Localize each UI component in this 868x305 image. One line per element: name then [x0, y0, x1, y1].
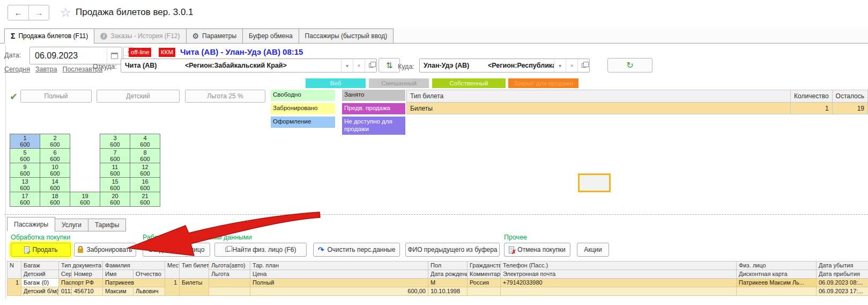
from-open-icon[interactable] — [365, 59, 376, 72]
cell-series[interactable]: 0112 — [59, 287, 72, 296]
cell-birthdate[interactable]: 10.10.1998 — [428, 287, 468, 296]
seat-11[interactable]: 11600 — [100, 163, 130, 178]
cell-benefit[interactable] — [209, 287, 250, 296]
cell-n[interactable]: 1 — [8, 279, 21, 296]
cell-tariff[interactable]: Полный — [250, 279, 428, 287]
seat-7[interactable]: 7600 — [100, 149, 130, 163]
tab-clipboard[interactable]: Буфер обмена — [242, 28, 299, 43]
reserve-button[interactable]: Забронировать — [74, 243, 136, 257]
seat-13[interactable]: 13600 — [10, 178, 40, 192]
seat-15[interactable]: 15600 — [100, 178, 130, 192]
seat-10[interactable]: 10600 — [40, 163, 70, 178]
tab-orders-history[interactable]: i Заказы - История (F12) — [94, 28, 186, 43]
seat-21[interactable]: 21600 — [130, 192, 160, 207]
promotions-button[interactable]: Акции — [577, 243, 609, 257]
forward-button[interactable]: → — [28, 5, 49, 20]
tab-passengers[interactable]: Пассажиры — [7, 217, 55, 231]
cell-citizenship[interactable]: Россия — [468, 279, 501, 287]
tab-services[interactable]: Услуги — [55, 219, 88, 231]
cell-number[interactable]: 456710 — [72, 287, 103, 296]
seat-1[interactable]: 1600 — [10, 134, 40, 149]
seat-12[interactable]: 12600 — [130, 163, 160, 178]
seat-16[interactable]: 16600 — [130, 178, 160, 192]
cell-firstname[interactable]: Максим — [103, 287, 133, 296]
seat-20[interactable]: 20600 — [100, 192, 130, 207]
fare-child-button[interactable]: Детский — [97, 90, 180, 103]
from-dropdown-icon[interactable]: ▾ — [341, 59, 353, 72]
to-open-icon[interactable] — [577, 59, 589, 72]
ticket-type-cell[interactable]: Билеты — [407, 103, 791, 114]
passenger-row-line2[interactable]: Детский б/м(0) 0112 456710 Максим Львови… — [8, 287, 868, 296]
create-person-button[interactable]: Создать физ. лицо — [143, 243, 210, 257]
fare-full-button[interactable]: Полный — [20, 90, 92, 103]
from-station-input[interactable]: Чита (АВ) <Регион:Забайкальский Край> ▾ … — [121, 59, 377, 72]
cell-baggage[interactable]: Багаж (0) — [21, 279, 59, 287]
tab-passengers-quick-entry[interactable]: Пассажиры (быстрый ввод) — [299, 28, 394, 43]
cell-baggage-child[interactable]: Детский б/м(0) — [21, 287, 59, 296]
cell-price[interactable]: 600,00 — [250, 287, 428, 296]
cell-doc-type[interactable]: Паспорт РФ — [59, 279, 103, 287]
cell-ticket-type[interactable]: Билеты — [180, 279, 209, 296]
seat-5[interactable]: 5600 — [10, 149, 40, 163]
swap-icon: ⇅ — [386, 61, 393, 70]
tab-ticket-sale[interactable]: Σ Продажа билетов (F11) — [4, 28, 94, 43]
seat-6[interactable]: 6600 — [40, 149, 70, 163]
fare-discount-button[interactable]: Льгота 25 % — [185, 90, 265, 103]
col-ticket-type: Тип билета — [407, 90, 791, 103]
tab-tariffs[interactable]: Тарифы — [88, 219, 126, 231]
cell-departure[interactable]: 06.09.2023 08:... — [817, 279, 868, 287]
offline-badge: off-line — [129, 48, 151, 57]
seat-8[interactable]: 8600 — [130, 149, 160, 163]
legend-busy: Занято — [342, 90, 405, 101]
cell-middlename[interactable]: Львович — [133, 287, 165, 296]
tab-label: Параметры — [202, 32, 236, 40]
cell-benefit-auto[interactable] — [209, 279, 250, 287]
to-station-input[interactable]: Улан-Удэ (АВ) <Регион:Республика Бурятия… — [419, 59, 590, 72]
cancel-purchase-button[interactable]: Отмена покупки — [504, 243, 570, 257]
col-firstname: Имя — [103, 270, 133, 279]
cell-arrival[interactable]: 06.09.2023 17:... — [817, 287, 868, 296]
seat-19[interactable]: 19600 — [70, 192, 100, 207]
to-dropdown-icon[interactable]: ▾ — [554, 59, 566, 72]
to-clear-icon[interactable]: × — [566, 59, 577, 72]
fio-from-buffer-button[interactable]: ФИО предыдущего из буфера — [405, 243, 500, 257]
swap-stations-button[interactable]: ⇅ — [379, 58, 400, 72]
cell-phone[interactable]: +79142033980 — [501, 279, 737, 287]
sell-button[interactable]: Продать — [11, 243, 71, 257]
col-baggage: Багаж — [21, 262, 59, 270]
seat-17[interactable]: 17600 — [10, 192, 40, 207]
from-clear-icon[interactable]: × — [353, 59, 365, 72]
tab-parameters[interactable]: ⚙ Параметры — [186, 28, 243, 43]
link-tomorrow[interactable]: Завтра — [35, 66, 57, 73]
cell-person[interactable]: Патрикеев Максим Ль... — [737, 279, 817, 287]
cell-comment[interactable] — [468, 287, 501, 296]
favorite-star-icon[interactable]: ☆ — [60, 5, 71, 20]
refresh-button[interactable]: ↻ — [607, 58, 652, 72]
seat-3[interactable]: 3600 — [100, 134, 130, 149]
date-input[interactable]: 06.09.2023 — [29, 47, 122, 64]
panel-border — [5, 45, 6, 299]
main-tabstrip: Σ Продажа билетов (F11) i Заказы - Истор… — [0, 28, 868, 43]
section-purchase: Обработка покупки — [11, 234, 70, 241]
seat-9[interactable]: 9600 — [10, 163, 40, 178]
seat-4[interactable]: 4600 — [130, 134, 160, 149]
sell-doc-check-icon — [24, 246, 29, 253]
col-lastname: Фамилия — [103, 262, 165, 270]
cell-email[interactable] — [501, 287, 737, 296]
seat-18[interactable]: 18600 — [40, 192, 70, 207]
passenger-row-line1[interactable]: 1 Багаж (0) Паспорт РФ Патрикеев 1 Билет… — [8, 279, 868, 287]
find-person-button[interactable]: Найти физ. лицо (F6) — [214, 243, 307, 257]
calendar-button[interactable] — [107, 47, 122, 64]
cell-discount-card[interactable] — [737, 287, 817, 296]
quantity-cell[interactable]: 1 — [791, 103, 832, 114]
cell-lastname[interactable]: Патрикеев — [103, 279, 165, 287]
link-today[interactable]: Сегодня — [4, 66, 30, 73]
ticket-type-row[interactable]: Билеты 1 19 — [407, 103, 868, 114]
seat-2[interactable]: 2600 — [40, 134, 70, 149]
clear-personal-data-button[interactable]: ↷ Очистить перс.данные — [313, 243, 400, 257]
seat-14[interactable]: 14600 — [40, 178, 70, 192]
cell-seat[interactable]: 1 — [165, 279, 180, 296]
back-button[interactable]: ← — [8, 5, 28, 20]
remaining-cell[interactable]: 19 — [832, 103, 867, 114]
cell-gender[interactable]: М — [428, 279, 468, 287]
